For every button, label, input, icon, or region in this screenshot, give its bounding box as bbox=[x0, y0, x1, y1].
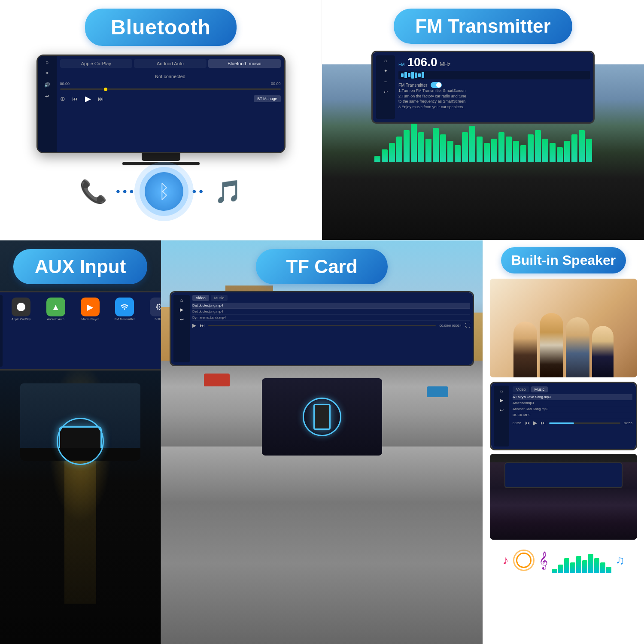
wave-circle-2 bbox=[516, 553, 532, 568]
music-wave-bar-1 bbox=[558, 565, 563, 573]
music-notes-decoration: ♪ 𝄞 ♫ bbox=[503, 547, 625, 573]
tab-bluetooth-music[interactable]: Bluetooth music bbox=[208, 59, 281, 68]
tf-content: TF Card ⌂ ▶ ↩ Video Music bbox=[170, 249, 474, 456]
fm-toggle[interactable] bbox=[431, 82, 442, 88]
wave-bar-7 bbox=[425, 139, 431, 162]
video-tab[interactable]: Video bbox=[192, 295, 209, 301]
sp-music-tab[interactable]: Music bbox=[531, 386, 548, 392]
app-settings-item[interactable]: ⚙ Setting bbox=[143, 298, 161, 321]
sp-media-icon: ▶ bbox=[500, 398, 503, 403]
music-wave-bar-8 bbox=[600, 562, 605, 573]
music-wave-bar-3 bbox=[570, 562, 575, 573]
video-tabs: Video Music bbox=[192, 295, 470, 301]
sp-file-1[interactable]: A Fairy's Love Song.mp3 bbox=[513, 394, 632, 400]
app-media-item[interactable]: ▶ Media Player bbox=[74, 298, 106, 321]
fm-sun-icon: ✦ bbox=[384, 68, 388, 74]
vc-progress-bar[interactable] bbox=[208, 325, 436, 326]
settings-app-icon[interactable]: ⚙ bbox=[150, 298, 161, 316]
wave-bar-10 bbox=[447, 141, 453, 162]
carplay-label: Apple CarPlay bbox=[12, 318, 31, 321]
fm-app-icon[interactable] bbox=[115, 298, 134, 316]
time-start: 00:00 bbox=[60, 82, 70, 86]
speaker-screen: ⌂ ▶ ↩ Video Music A Fairy's Love Song.mp… bbox=[490, 382, 637, 450]
wave-bar-15 bbox=[484, 143, 490, 162]
video-file-1[interactable]: Dat.dooler.jung.mp4 bbox=[192, 303, 470, 309]
rewind-icon[interactable]: ⏮ bbox=[72, 95, 78, 102]
sp-file-4[interactable]: DUCK.MP3 bbox=[513, 412, 632, 418]
wave-bar-2 bbox=[389, 143, 395, 162]
bt-feature-icons: 📞 ••• ᛒ •• 🎵 bbox=[79, 172, 242, 211]
play-icon[interactable]: ▶ bbox=[85, 94, 91, 103]
tf-circle-highlight bbox=[303, 398, 341, 436]
tf-title: TF Card bbox=[286, 256, 357, 277]
sp-next-icon[interactable]: ⏭ bbox=[541, 420, 546, 426]
fm-content: FM Transmitter ⌂ ✦ − ↩ FM 106.0 M bbox=[331, 9, 635, 167]
bt-manage-button[interactable]: BT Manage bbox=[254, 95, 280, 102]
wave-bar-19 bbox=[513, 141, 519, 162]
media-icon[interactable]: ▶ bbox=[81, 298, 100, 316]
android-icon[interactable]: ▲ bbox=[46, 298, 65, 316]
app-android-item[interactable]: ▲ Android Auto bbox=[39, 298, 71, 321]
fm-instruction-3: to the same frequency as SmartScreen. bbox=[398, 99, 590, 104]
eq-bar-2 bbox=[404, 72, 407, 78]
wave-bar-26 bbox=[564, 141, 570, 162]
fm-instruction-4: 3.Enjoy music from your car speakers. bbox=[398, 104, 590, 110]
aux-sidebar: ⌂ ✦ ◈ ⏻ bbox=[0, 295, 3, 367]
aux-title: AUX Input bbox=[35, 256, 126, 277]
sp-prev-icon[interactable]: ⏮ bbox=[525, 420, 530, 426]
music-wave-bar-6 bbox=[588, 554, 593, 573]
progress-bar[interactable] bbox=[60, 88, 281, 90]
forward-icon[interactable]: ⏭ bbox=[98, 95, 104, 102]
speaker-section: Built-in Speaker ⌂ ▶ ↩ bbox=[483, 240, 644, 644]
eq-bar-5 bbox=[415, 73, 417, 78]
video-controls: ▶ ⏭ 00:00/6-00034 ⛶ bbox=[192, 322, 470, 328]
fm-unit: MHz bbox=[440, 61, 451, 67]
speaker-photo bbox=[490, 279, 637, 377]
wave-bar-21 bbox=[528, 134, 534, 162]
sp-video-tab[interactable]: Video bbox=[513, 386, 529, 392]
speaker-sidebar: ⌂ ▶ ↩ bbox=[494, 386, 509, 447]
video-file-3[interactable]: Dymarems.Lantz.mp4 bbox=[192, 315, 470, 321]
bluetooth-title: Bluetooth bbox=[111, 16, 211, 39]
sp-home-icon: ⌂ bbox=[500, 388, 503, 393]
person-2 bbox=[540, 313, 563, 377]
tf-home-icon: ⌂ bbox=[180, 298, 183, 303]
wave-bar-8 bbox=[433, 128, 439, 162]
vc-next-icon[interactable]: ⏭ bbox=[200, 322, 205, 328]
wave-bar-23 bbox=[542, 139, 548, 162]
app-carplay-item[interactable]: Apple CarPlay bbox=[5, 298, 37, 321]
wave-bar-18 bbox=[506, 137, 512, 162]
tf-main-area: Video Music Dat.dooler.jung.mp4 Det.dool… bbox=[192, 295, 470, 362]
sp-play-icon[interactable]: ▶ bbox=[533, 420, 537, 426]
sp-file-3[interactable]: Another Sad Song.mp3 bbox=[513, 406, 632, 412]
music-wave-bar-0 bbox=[552, 569, 557, 573]
prev-icon[interactable]: ⊕ bbox=[60, 95, 65, 102]
eq-bar-6 bbox=[418, 73, 421, 77]
carplay-icon[interactable] bbox=[12, 298, 30, 316]
tab-carplay[interactable]: Apple CarPlay bbox=[60, 59, 133, 68]
fm-instruction-1: 1.Turn on FM Transmitter SmartScreen bbox=[398, 88, 590, 94]
wave-circles bbox=[513, 550, 535, 571]
tab-android[interactable]: Android Auto bbox=[134, 59, 207, 68]
app-fm-item[interactable]: FM Transmitter bbox=[109, 298, 140, 321]
file-list: Dat.dooler.jung.mp4 Det.dooler.jung.mp4 … bbox=[192, 303, 470, 321]
sp-file-2[interactable]: Americanmp3 bbox=[513, 400, 632, 406]
video-file-2[interactable]: Det.dooler.jung.mp4 bbox=[192, 309, 470, 315]
music-wave-bar-5 bbox=[582, 560, 587, 573]
aux-circle-highlight bbox=[57, 418, 104, 465]
vc-play-icon[interactable]: ▶ bbox=[192, 322, 196, 328]
aux-section: AUX Input ⌂ ✦ ◈ ⏻ bbox=[0, 240, 161, 644]
sp-progress-bar[interactable] bbox=[549, 422, 620, 424]
fm-app-label: FM Transmitter bbox=[115, 318, 135, 321]
eq-bar-4 bbox=[411, 72, 414, 79]
music-tab[interactable]: Music bbox=[211, 295, 228, 301]
music-note-pink: ♪ bbox=[503, 553, 509, 567]
vc-fullscreen-icon[interactable]: ⛶ bbox=[465, 322, 470, 328]
wave-bar-22 bbox=[535, 130, 541, 162]
tf-back-icon: ↩ bbox=[180, 317, 184, 322]
bluetooth-screen: ⌂ ✦ 🔊 ↩ Apple CarPlay Android Auto Bluet… bbox=[36, 55, 286, 153]
dots-decoration: ••• bbox=[116, 185, 136, 198]
aux-screen: ⌂ ✦ ◈ ⏻ Apple CarPlay bbox=[0, 291, 161, 371]
fm-instructions: 1.Turn on FM Transmitter SmartScreen 2.T… bbox=[398, 88, 590, 109]
tf-section: TF Card ⌂ ▶ ↩ Video Music bbox=[161, 240, 483, 644]
